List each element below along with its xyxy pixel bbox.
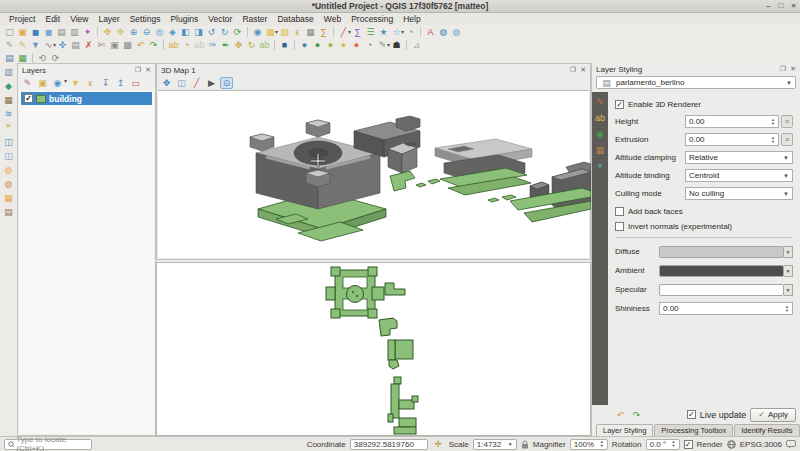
spin-arrows-icon[interactable]: ▲▼ <box>771 136 775 144</box>
labeling-unplaced-icon[interactable]: ab <box>193 39 206 51</box>
locator-search-input[interactable]: Type to locate (Ctrl+K) <box>4 439 92 450</box>
magnifier-spinbox[interactable]: 100% ▲▼ <box>570 439 608 450</box>
close-panel-icon[interactable]: ✕ <box>145 66 151 74</box>
layer-select-combo[interactable]: ▤ parlamento_berlino ▼ <box>596 76 796 89</box>
map-canvas-2d[interactable] <box>156 262 591 436</box>
plugin-green-icon[interactable]: ● <box>311 39 324 51</box>
add-raster-layer-icon[interactable]: ▦ <box>2 94 16 106</box>
delete-selected-icon[interactable]: ✗ <box>82 39 95 51</box>
refresh-a-icon[interactable]: ⟲ <box>36 52 49 64</box>
close-panel-icon[interactable]: ✕ <box>790 65 796 73</box>
close-panel-icon[interactable]: ✕ <box>580 66 586 74</box>
menu-vector[interactable]: Vector <box>203 14 237 24</box>
add-group-icon[interactable]: ▣ <box>36 77 49 89</box>
menu-layer[interactable]: Layer <box>93 14 124 24</box>
add-spatialite-layer-icon[interactable]: ◫ <box>2 150 16 162</box>
expand-all-icon[interactable]: ↧ <box>99 77 112 89</box>
zoom-to-layer-icon[interactable]: ◨ <box>192 26 205 38</box>
zoom-last-icon[interactable]: ↺ <box>205 26 218 38</box>
lock-scale-icon[interactable] <box>521 440 529 449</box>
vertex-tool-icon[interactable]: ✜ <box>56 39 69 51</box>
text-annotation-icon[interactable]: A <box>424 26 437 38</box>
invert-normals-checkbox[interactable] <box>615 222 624 231</box>
plugin-orange-icon[interactable]: ● <box>350 39 363 51</box>
rotation-spinbox[interactable]: 0.0 ° ▲▼ <box>646 439 680 450</box>
redo-edit-icon[interactable]: ↷ <box>147 39 160 51</box>
zoom-next-icon[interactable]: ↻ <box>218 26 231 38</box>
refresh-b-icon[interactable]: ⟳ <box>49 52 62 64</box>
field-calculator-icon[interactable]: ∑ <box>317 26 330 38</box>
zoom-full-icon[interactable]: ◈ <box>166 26 179 38</box>
filter-legend-icon[interactable]: ▼ <box>69 77 82 89</box>
zoom-to-selection-icon[interactable]: ◧ <box>179 26 192 38</box>
plugins-cube-icon[interactable]: ■ <box>278 39 291 51</box>
height-spinbox[interactable]: 0.00 ▲▼ <box>685 115 779 128</box>
extrusion-spinbox[interactable]: 0.00 ▲▼ <box>685 133 779 146</box>
toggle-editing-icon[interactable]: ✎ <box>16 39 29 51</box>
tab-identify-results[interactable]: Identify Results <box>734 424 799 436</box>
add-mesh-layer-icon[interactable]: ≋ <box>2 108 16 120</box>
plugin-lime-icon[interactable]: ● <box>324 39 337 51</box>
add-wms-layer-icon[interactable]: ◍ <box>2 164 16 176</box>
animations-icon[interactable]: ▶ <box>205 77 218 89</box>
render-checkbox[interactable]: ✓ <box>684 440 693 449</box>
metasearch-icon[interactable]: ◍ <box>437 26 450 38</box>
altitude-binding-select[interactable]: Centroid ▼ <box>685 169 793 182</box>
enable-3d-row[interactable]: ✓ Enable 3D Renderer <box>615 96 793 112</box>
cut-features-icon[interactable]: ✄ <box>95 39 108 51</box>
labels-tab-icon[interactable]: ab <box>594 112 607 124</box>
dock-panel-icon[interactable]: ❐ <box>570 66 576 74</box>
temporal-controller-icon[interactable]: ◔ <box>404 26 417 38</box>
remove-layer-icon[interactable]: ▭ <box>129 77 142 89</box>
help-contents-icon[interactable]: ◍ <box>450 26 463 38</box>
add-virtual-layer-icon[interactable]: ▦ <box>2 192 16 204</box>
messages-icon[interactable] <box>786 440 796 449</box>
altitude-clamping-select[interactable]: Relative ▼ <box>685 151 793 164</box>
collapse-all-icon[interactable]: ↥ <box>114 77 127 89</box>
add-xyz-layer-icon[interactable]: ▤ <box>2 206 16 218</box>
minimize-button[interactable]: – <box>766 1 770 10</box>
layer-item-building[interactable]: ✓ building <box>21 92 152 105</box>
zoom-in-icon[interactable]: ⊕ <box>127 26 140 38</box>
save-layer-edits-icon[interactable]: ▼ <box>29 39 42 51</box>
close-button[interactable]: × <box>791 1 796 10</box>
processing-toolbox-icon[interactable]: ▤ <box>3 52 16 64</box>
history-tab-icon[interactable]: ✦ <box>594 160 607 172</box>
open-attribute-table-icon[interactable]: ▦ <box>304 26 317 38</box>
zoom-full-3d-icon[interactable]: ✥ <box>160 77 173 89</box>
menu-project[interactable]: Project <box>4 14 40 24</box>
invert-normals-row[interactable]: Invert normals (experimental) <box>615 219 793 233</box>
menu-raster[interactable]: Raster <box>237 14 272 24</box>
zoom-out-icon[interactable]: ⊖ <box>140 26 153 38</box>
manage-map-themes-dropdown[interactable]: ▾ <box>64 77 67 89</box>
dock-panel-icon[interactable]: ❐ <box>780 65 786 73</box>
select-by-expression-icon[interactable]: ε <box>291 26 304 38</box>
diffuse-color-bar[interactable] <box>659 246 784 258</box>
deselect-features-icon[interactable]: ▧ <box>278 26 291 38</box>
refresh-map-icon[interactable]: ⟳ <box>231 26 244 38</box>
spin-arrows-icon[interactable]: ▲▼ <box>672 440 676 448</box>
highlight-pinned-icon[interactable]: ✒ <box>219 39 232 51</box>
manage-map-themes-icon[interactable]: ◉ <box>51 77 64 89</box>
add-postgis-layer-icon[interactable]: ◫ <box>2 136 16 148</box>
layout-manager-icon[interactable]: ▥ <box>68 26 81 38</box>
layer-diagram-icon[interactable]: ◔ <box>180 39 193 51</box>
ambient-color-bar[interactable] <box>659 265 784 277</box>
mouse-position-icon[interactable]: ✛ <box>432 438 445 450</box>
camera-control-icon[interactable]: ⊙ <box>220 77 233 89</box>
paste-features-icon[interactable]: ▩ <box>121 39 134 51</box>
coordinate-input[interactable]: 389292.5819760 <box>350 439 428 450</box>
project-open-icon[interactable]: ▣ <box>16 26 29 38</box>
tab-processing-toolbox[interactable]: Processing Toolbox <box>654 424 733 436</box>
copy-features-icon[interactable]: ▣ <box>108 39 121 51</box>
print-layout-icon[interactable]: ▤ <box>55 26 68 38</box>
pan-to-selection-icon[interactable]: ✥ <box>114 26 127 38</box>
live-update-checkbox[interactable]: ✓ <box>687 410 696 419</box>
open-layer-styling-icon[interactable]: ✎ <box>21 77 34 89</box>
specular-color-bar[interactable] <box>659 284 784 296</box>
identify-features-icon[interactable]: ◉ <box>251 26 264 38</box>
add-back-faces-row[interactable]: Add back faces <box>615 204 793 218</box>
menu-processing[interactable]: Processing <box>346 14 398 24</box>
measure-line-3d-icon[interactable]: ╱ <box>190 77 203 89</box>
menu-settings[interactable]: Settings <box>125 14 166 24</box>
